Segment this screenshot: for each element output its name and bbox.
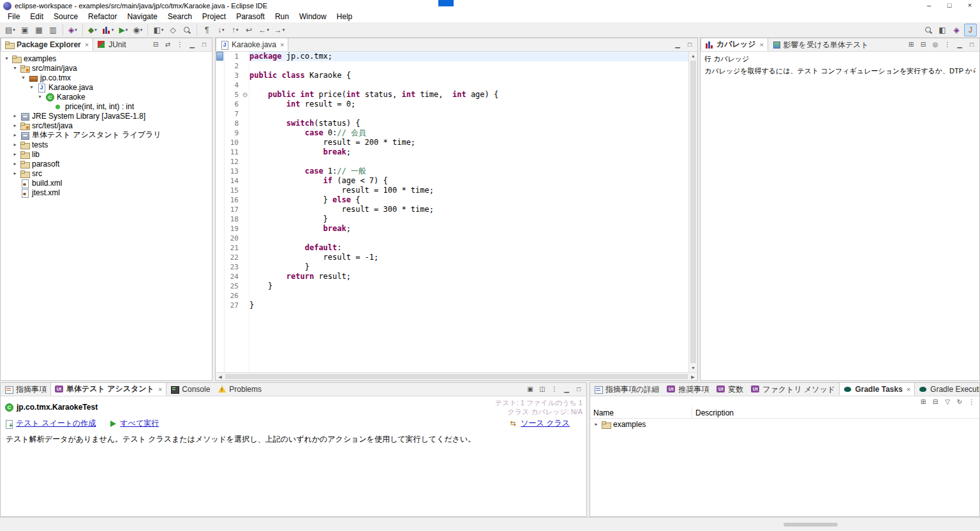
- expand-all-button[interactable]: ⊞: [906, 40, 916, 50]
- tab-package-explorer[interactable]: Package Explorer×: [1, 38, 93, 51]
- menu-search[interactable]: Search: [163, 11, 197, 22]
- tab-karaoke-java[interactable]: Karaoke.java×: [216, 38, 288, 51]
- tab-junit[interactable]: JUnit: [93, 38, 130, 51]
- editor-horizontal-scrollbar[interactable]: ◀ ▶: [216, 372, 697, 380]
- new-wizard-button[interactable]: ▤: [3, 24, 17, 36]
- menu-navigate[interactable]: Navigate: [122, 11, 162, 22]
- close-tab-icon[interactable]: ×: [85, 41, 89, 49]
- close-tab-icon[interactable]: ×: [158, 385, 162, 393]
- run-all-link[interactable]: すべて実行: [108, 418, 159, 429]
- menu-run[interactable]: Run: [270, 11, 294, 22]
- scroll-right-icon[interactable]: ▶: [688, 373, 697, 380]
- maximize-button[interactable]: □: [574, 384, 584, 394]
- parasoft-run-button[interactable]: ◈: [66, 24, 79, 36]
- column-header-description[interactable]: Description: [692, 407, 979, 418]
- expander-icon[interactable]: ▸: [11, 113, 19, 119]
- menu-project[interactable]: Project: [197, 11, 231, 22]
- save-all-button[interactable]: ▦: [33, 24, 45, 36]
- horizontal-scroll-track[interactable]: [225, 373, 688, 380]
- expander-icon[interactable]: ▸: [593, 421, 600, 427]
- scroll-down-icon[interactable]: ▼: [689, 364, 697, 372]
- tree-item[interactable]: ▸lib: [1, 149, 212, 159]
- tab-factory-methods[interactable]: ファクトリ メソッド: [747, 383, 839, 396]
- code-line[interactable]: [249, 80, 688, 90]
- forward-button[interactable]: →: [272, 24, 287, 36]
- run-button[interactable]: ▶: [117, 24, 130, 36]
- code-line[interactable]: [249, 234, 688, 243]
- menu-edit[interactable]: Edit: [25, 11, 48, 22]
- minimize-window-button[interactable]: –: [919, 0, 939, 11]
- tree-item[interactable]: ▾examples: [1, 54, 212, 63]
- run-config-button[interactable]: ◉: [131, 24, 144, 36]
- maximize-button[interactable]: □: [685, 40, 695, 50]
- tree-item[interactable]: ▸src: [1, 168, 212, 178]
- tree-item[interactable]: ▸price(int, int, int) : int: [1, 101, 212, 111]
- tab-recommendations[interactable]: 推奨事項: [663, 383, 713, 396]
- scroll-up-icon[interactable]: ▲: [689, 52, 697, 60]
- code-line[interactable]: package jp.co.tmx;: [249, 52, 688, 61]
- code-line[interactable]: case 1:// 一般: [249, 167, 688, 176]
- tab-gradle-tasks[interactable]: Gradle Tasks×: [839, 383, 915, 396]
- tab-affected-unit-tests[interactable]: 影響を受ける単体テスト: [768, 38, 873, 51]
- previous-annotation-button[interactable]: ↑: [228, 24, 241, 36]
- tab-coverage[interactable]: カバレッジ×: [701, 38, 768, 51]
- expander-icon[interactable]: ▸: [11, 151, 19, 157]
- code-line[interactable]: default:: [249, 243, 688, 253]
- tree-item[interactable]: ▸tests: [1, 140, 212, 149]
- expander-icon[interactable]: ▸: [11, 123, 19, 128]
- tree-item[interactable]: ▾Karaoke.java: [1, 82, 212, 92]
- filter-button[interactable]: ▽: [942, 397, 953, 407]
- tab-console[interactable]: Console: [167, 383, 214, 396]
- tree-item[interactable]: ▸parasoft: [1, 159, 212, 168]
- collapse-all-button[interactable]: ⊟: [930, 397, 940, 407]
- tree-item[interactable]: ▾Karaoke: [1, 92, 212, 101]
- expander-icon[interactable]: ▾: [36, 94, 43, 100]
- expand-all-button[interactable]: ⊞: [918, 397, 928, 407]
- code-line[interactable]: public int price(int status, int time, i…: [249, 90, 688, 100]
- code-line[interactable]: result = -1;: [249, 253, 688, 262]
- tree-item[interactable]: ▾src/main/java: [1, 63, 212, 73]
- expander-icon[interactable]: ▾: [3, 56, 10, 61]
- code-line[interactable]: public class Karaoke {: [249, 71, 688, 80]
- pin-button[interactable]: ◫: [537, 384, 547, 394]
- annotation-ruler[interactable]: [216, 52, 225, 372]
- quick-search-button[interactable]: [922, 24, 935, 36]
- horizontal-scroll-thumb[interactable]: [225, 374, 688, 379]
- view-menu-button[interactable]: ⋮: [175, 40, 185, 50]
- status-scrollbar[interactable]: [783, 523, 838, 527]
- tab-finding-details[interactable]: 指摘事項の詳細: [590, 383, 663, 396]
- vertical-scroll-thumb[interactable]: [690, 61, 696, 363]
- tree-item[interactable]: ▸JRE System Library [JavaSE-1.8]: [1, 111, 212, 121]
- next-annotation-button[interactable]: ↓: [214, 24, 227, 36]
- vertical-scroll-track[interactable]: [689, 60, 697, 364]
- back-button[interactable]: ←: [256, 24, 271, 36]
- code-line[interactable]: int result = 0;: [249, 100, 688, 109]
- layout-button[interactable]: ▣: [525, 384, 535, 394]
- expander-icon[interactable]: ▸: [11, 142, 19, 147]
- table-row[interactable]: ▸examples: [590, 419, 979, 430]
- code-area[interactable]: package jp.co.tmx;public class Karaoke {…: [249, 52, 688, 372]
- settings-button[interactable]: ◎: [930, 40, 940, 50]
- create-test-suite-link[interactable]: テスト スイートの作成: [4, 418, 96, 429]
- code-line[interactable]: }: [249, 281, 688, 291]
- maximize-window-button[interactable]: □: [939, 0, 960, 11]
- tree-item[interactable]: ▸build.xml: [1, 178, 212, 188]
- maximize-button[interactable]: □: [967, 40, 977, 50]
- minimize-button[interactable]: ▁: [954, 40, 965, 50]
- debug-button[interactable]: ◆: [86, 24, 99, 36]
- code-line[interactable]: }: [249, 301, 688, 310]
- open-type-button[interactable]: ◇: [167, 24, 179, 36]
- minimize-button[interactable]: ▁: [561, 384, 572, 394]
- tab-gradle-executions[interactable]: Gradle Executions: [915, 383, 979, 396]
- code-line[interactable]: return result;: [249, 272, 688, 281]
- source-class-link[interactable]: ソース クラス: [509, 418, 570, 429]
- expander-icon[interactable]: ▸: [11, 170, 19, 176]
- menu-window[interactable]: Window: [294, 11, 332, 22]
- tab-variables[interactable]: 変数: [713, 383, 747, 396]
- collapse-all-button[interactable]: ⊟: [918, 40, 928, 50]
- code-line[interactable]: [249, 291, 688, 301]
- code-line[interactable]: result = 300 * time;: [249, 205, 688, 214]
- new-java-project-button[interactable]: ◧: [151, 24, 165, 36]
- menu-file[interactable]: File: [3, 11, 25, 22]
- close-tab-icon[interactable]: ×: [759, 41, 763, 49]
